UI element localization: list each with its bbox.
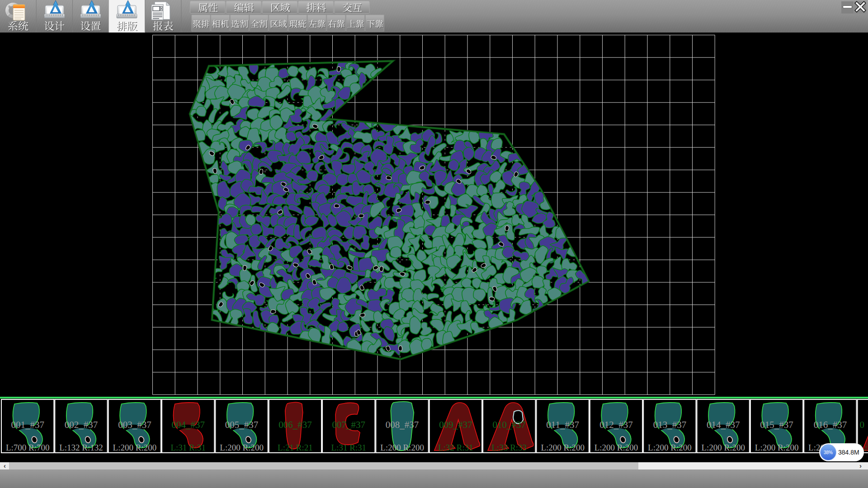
svg-text:008_#37: 008_#37 <box>386 419 419 430</box>
svg-text:L:200 R:200: L:200 R:200 <box>701 443 745 452</box>
svg-text:0: 0 <box>860 419 865 430</box>
svg-text:002_#37: 002_#37 <box>65 419 98 430</box>
svg-text:L:132 R:132: L:132 R:132 <box>59 443 103 452</box>
svg-text:L:200 R:200: L:200 R:200 <box>220 443 264 452</box>
svg-text:L:32 R:31: L:32 R:31 <box>438 443 473 452</box>
svg-text:014_#37: 014_#37 <box>707 419 740 430</box>
svg-text:L:31 R:31: L:31 R:31 <box>170 443 206 452</box>
svg-text:L:700 R:700: L:700 R:700 <box>6 443 50 452</box>
svg-text:L:200 R:200: L:200 R:200 <box>594 443 638 452</box>
svg-text:015_#37: 015_#37 <box>760 419 793 430</box>
svg-text:013_#37: 013_#37 <box>653 419 687 430</box>
svg-text:001_#37: 001_#37 <box>11 419 44 430</box>
svg-text:L:33 R:33: L:33 R:33 <box>492 443 527 452</box>
svg-text:L:200 R:200: L:200 R:200 <box>648 443 692 452</box>
svg-text:L:200 R:200: L:200 R:200 <box>380 443 424 452</box>
svg-text:010_#37: 010_#37 <box>493 419 526 430</box>
svg-text:L:200 R:200: L:200 R:200 <box>541 443 585 452</box>
svg-text:L:21 R:21: L:21 R:21 <box>278 443 313 452</box>
svg-text:006_#37: 006_#37 <box>278 419 312 430</box>
svg-text:L:31 R:31: L:31 R:31 <box>331 443 367 452</box>
svg-text:011_#37: 011_#37 <box>546 419 579 430</box>
svg-text:004_#37: 004_#37 <box>171 419 205 430</box>
svg-text:003_#37: 003_#37 <box>118 419 151 430</box>
svg-text:005_#37: 005_#37 <box>225 419 259 430</box>
svg-text:016_#37: 016_#37 <box>814 419 847 430</box>
svg-text:L:200 R:200: L:200 R:200 <box>113 443 157 452</box>
svg-text:012_#37: 012_#37 <box>599 419 633 430</box>
svg-text:007_#37: 007_#37 <box>332 419 366 430</box>
svg-text:L:200 R:200: L:200 R:200 <box>755 443 799 452</box>
svg-text:009_#37: 009_#37 <box>439 419 472 430</box>
